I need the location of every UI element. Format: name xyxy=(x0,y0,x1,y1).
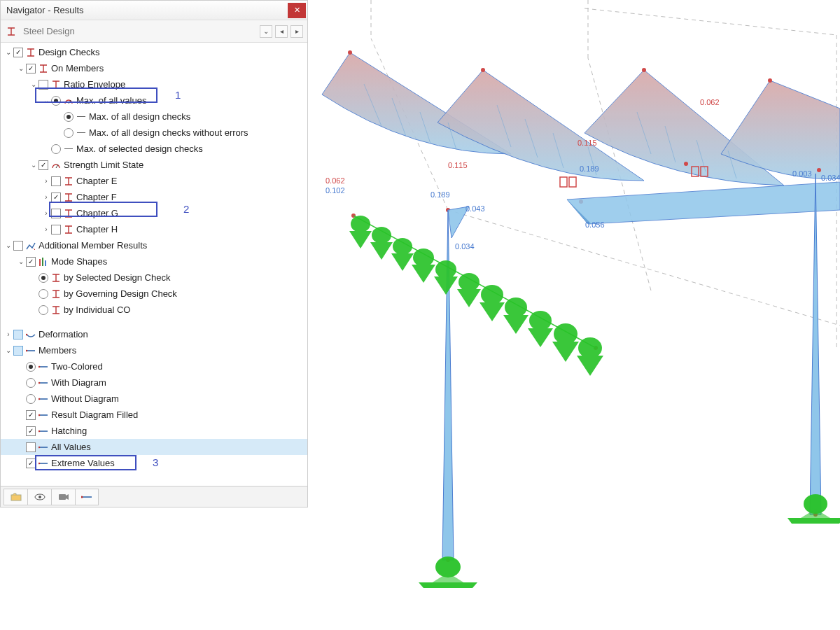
checkbox[interactable] xyxy=(51,176,61,186)
checkbox[interactable] xyxy=(13,346,23,356)
expand-icon[interactable]: ⌄ xyxy=(41,97,51,104)
tree-item-two-colored[interactable]: Two-Colored xyxy=(1,358,307,374)
svg-point-12 xyxy=(38,382,40,384)
expand-icon[interactable]: ⌄ xyxy=(29,161,38,169)
expand-icon[interactable]: ⌄ xyxy=(4,48,13,56)
radio[interactable] xyxy=(26,394,36,404)
checkbox[interactable]: ✓ xyxy=(26,426,36,436)
expand-icon[interactable]: ⌄ xyxy=(4,346,13,354)
tree-item-max-selected-design-checks[interactable]: Max. of selected design checks xyxy=(1,141,307,157)
ibeam-icon xyxy=(50,306,62,314)
bottom-btn-camera[interactable] xyxy=(51,489,75,505)
3d-viewport[interactable]: 0.062 0.102 0.115 0.189 0.043 0.034 0.11… xyxy=(308,0,840,630)
tree-label: Result Diagram Filled xyxy=(50,410,138,420)
tree-item-with-diagram[interactable]: With Diagram xyxy=(1,374,307,391)
checkbox[interactable]: ✓ xyxy=(26,458,36,468)
expand-icon[interactable]: › xyxy=(41,193,51,201)
tree-item-design-checks[interactable]: ⌄ ✓ Design Checks xyxy=(1,44,307,60)
radio[interactable] xyxy=(51,96,61,106)
tree-item-chapter-g[interactable]: › Chapter G xyxy=(1,205,307,221)
value-label: 0.102 xyxy=(326,186,345,195)
value-label: 0.189 xyxy=(430,190,450,199)
tree-item-ratio-envelope[interactable]: ⌄ Ratio Envelope xyxy=(1,76,307,92)
expand-icon[interactable]: ⌄ xyxy=(4,241,13,249)
tree-item-mode-shapes[interactable]: ⌄ ✓ Mode Shapes xyxy=(1,253,307,270)
toolbar: Steel Design ⌄ ◂ ▸ xyxy=(1,20,307,43)
radio[interactable] xyxy=(26,362,36,372)
tree-item-by-individual-co[interactable]: by Individual CO xyxy=(1,302,307,318)
tree-item-max-all-design-checks[interactable]: Max. of all design checks xyxy=(1,108,307,125)
tree-item-on-members[interactable]: ⌄ ✓ On Members xyxy=(1,60,307,76)
tree-item-by-governing-design-check[interactable]: by Governing Design Check xyxy=(1,286,307,302)
expand-icon[interactable]: › xyxy=(41,177,51,185)
checkbox[interactable] xyxy=(13,241,23,251)
checkbox[interactable]: ✓ xyxy=(26,410,36,420)
svg-point-66 xyxy=(529,311,552,330)
svg-rect-3 xyxy=(39,259,41,266)
tree-label: Max. of selected design checks xyxy=(75,144,203,154)
close-button[interactable]: ✕ xyxy=(288,3,306,18)
expand-icon[interactable]: › xyxy=(41,225,51,233)
member-icon xyxy=(37,459,50,468)
expand-icon[interactable]: › xyxy=(4,330,13,338)
dropdown-chevron-icon[interactable]: ⌄ xyxy=(260,25,272,38)
tree-item-by-selected-design-check[interactable]: by Selected Design Check xyxy=(1,270,307,286)
tree-label: Two-Colored xyxy=(50,361,103,372)
checkbox[interactable]: ✓ xyxy=(13,48,23,57)
member-icon xyxy=(37,395,50,403)
bottom-btn-eye[interactable] xyxy=(27,489,51,505)
radio[interactable] xyxy=(38,289,48,299)
tree-item-max-all-design-checks-wo-errors[interactable]: Max. of all design checks without errors xyxy=(1,125,307,141)
checkbox[interactable]: ✓ xyxy=(26,64,36,74)
tree-label: Chapter F xyxy=(75,192,117,202)
bottom-btn-folder[interactable] xyxy=(4,489,27,505)
expand-icon[interactable]: › xyxy=(41,209,51,217)
tree-item-without-diagram[interactable]: Without Diagram xyxy=(1,391,307,407)
tree-item-result-diagram-filled[interactable]: ✓ Result Diagram Filled xyxy=(1,407,307,423)
svg-point-48 xyxy=(817,168,821,172)
hline-icon xyxy=(62,148,75,149)
checkbox[interactable] xyxy=(51,225,61,234)
radio[interactable] xyxy=(26,378,36,388)
checkbox[interactable]: ✓ xyxy=(51,192,61,202)
checkbox[interactable]: ✓ xyxy=(26,257,36,267)
tree-item-strength-limit-state[interactable]: ⌄ ✓ Strength Limit State xyxy=(1,157,307,173)
tree-item-chapter-e[interactable]: › Chapter E xyxy=(1,173,307,189)
tree-item-chapter-f[interactable]: › ✓ Chapter F xyxy=(1,189,307,205)
checkbox[interactable] xyxy=(38,80,48,90)
tree-item-all-values[interactable]: All Values xyxy=(1,439,307,455)
radio[interactable] xyxy=(64,112,74,122)
tree-item-deformation[interactable]: › Deformation xyxy=(1,326,307,342)
ibeam-icon xyxy=(62,177,75,186)
tree-item-max-all-values[interactable]: ⌄ Max. of all values xyxy=(1,92,307,108)
svg-rect-5 xyxy=(45,260,46,266)
checkbox[interactable] xyxy=(13,330,23,340)
tree-item-chapter-h[interactable]: › Chapter H xyxy=(1,221,307,237)
tree-item-hatching[interactable]: ✓ Hatching xyxy=(1,423,307,439)
ibeam-icon xyxy=(50,274,62,282)
tree[interactable]: ⌄ ✓ Design Checks ⌄ ✓ On Members ⌄ Ratio… xyxy=(1,43,307,486)
expand-icon[interactable]: ⌄ xyxy=(29,80,38,88)
toolbar-dropdown[interactable]: Steel Design xyxy=(20,26,257,36)
checkbox[interactable]: ✓ xyxy=(38,160,48,170)
nav-prev-button[interactable]: ◂ xyxy=(275,25,288,38)
checkbox[interactable] xyxy=(26,442,36,452)
expand-icon[interactable]: ⌄ xyxy=(16,64,26,72)
tree-item-additional-member-results[interactable]: ⌄ Additional Member Results xyxy=(1,237,307,253)
checkbox[interactable] xyxy=(51,209,61,218)
gauge-icon xyxy=(50,161,62,169)
tree-item-members[interactable]: ⌄ Members xyxy=(1,342,307,358)
radio[interactable] xyxy=(38,305,48,315)
radio[interactable] xyxy=(51,144,61,154)
radio[interactable] xyxy=(64,128,74,138)
radio[interactable] xyxy=(38,273,48,283)
member-icon xyxy=(37,363,50,371)
tree-label: by Selected Design Check xyxy=(62,272,170,283)
bottom-btn-result[interactable] xyxy=(75,489,99,505)
value-label: 0.115 xyxy=(578,139,597,147)
value-label: 0.189 xyxy=(580,164,599,173)
expand-icon[interactable]: ⌄ xyxy=(16,258,26,265)
svg-point-20 xyxy=(38,446,40,448)
nav-next-button[interactable]: ▸ xyxy=(290,25,303,38)
svg-point-41 xyxy=(348,50,352,55)
